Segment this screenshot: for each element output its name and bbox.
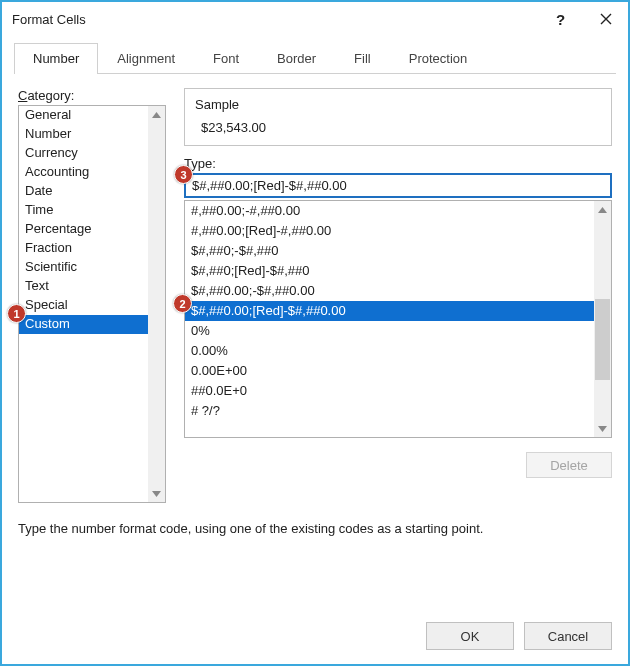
scroll-up-icon[interactable] <box>148 106 165 123</box>
annotation-2: 2 <box>173 294 192 313</box>
annotation-1: 1 <box>7 304 26 323</box>
list-item[interactable]: $#,##0.00;-$#,##0.00 <box>185 281 594 301</box>
scroll-track[interactable] <box>594 218 611 420</box>
detail-column: Sample $23,543.00 Type: 3 $#,##0.00;[Red… <box>184 88 612 503</box>
delete-button: Delete <box>526 452 612 478</box>
tab-alignment[interactable]: Alignment <box>98 43 194 74</box>
close-icon <box>600 13 612 25</box>
sample-value: $23,543.00 <box>195 120 601 135</box>
tab-body: Category: 1 General Number Currency Acco… <box>2 74 628 608</box>
tab-strip: Number Alignment Font Border Fill Protec… <box>14 42 616 74</box>
type-scrollbar[interactable] <box>594 201 611 437</box>
list-item[interactable]: # ?/? <box>185 401 594 421</box>
hint-text: Type the number format code, using one o… <box>18 521 612 536</box>
window-title: Format Cells <box>12 12 538 27</box>
category-label: Category: <box>18 88 166 103</box>
tab-protection[interactable]: Protection <box>390 43 487 74</box>
list-item[interactable]: $#,##0;-$#,##0 <box>185 241 594 261</box>
list-item[interactable]: Custom <box>19 315 148 334</box>
help-button[interactable]: ? <box>538 2 583 36</box>
list-item[interactable]: 0.00% <box>185 341 594 361</box>
list-item[interactable]: #,##0.00;[Red]-#,##0.00 <box>185 221 594 241</box>
list-item[interactable]: $#,##0;[Red]-$#,##0 <box>185 261 594 281</box>
list-item[interactable]: 0.00E+00 <box>185 361 594 381</box>
format-cells-dialog: Format Cells ? Number Alignment Font Bor… <box>0 0 630 666</box>
category-column: Category: 1 General Number Currency Acco… <box>18 88 166 503</box>
list-item[interactable]: $#,##0.00;[Red]-$#,##0.00 <box>185 301 594 321</box>
scroll-up-icon[interactable] <box>594 201 611 218</box>
list-item[interactable]: Percentage <box>19 220 148 239</box>
list-item[interactable]: Date <box>19 182 148 201</box>
scroll-down-icon[interactable] <box>594 420 611 437</box>
scroll-track[interactable] <box>148 123 165 485</box>
type-input[interactable]: 3 $#,##0.00;[Red]-$#,##0.00 <box>184 173 612 198</box>
tab-border[interactable]: Border <box>258 43 335 74</box>
ok-button[interactable]: OK <box>426 622 514 650</box>
scroll-down-icon[interactable] <box>148 485 165 502</box>
list-item[interactable]: Accounting <box>19 163 148 182</box>
list-item[interactable]: General <box>19 106 148 125</box>
type-label: Type: <box>184 156 612 171</box>
annotation-3: 3 <box>174 165 193 184</box>
list-item[interactable]: Fraction <box>19 239 148 258</box>
tab-number[interactable]: Number <box>14 43 98 74</box>
list-item[interactable]: 0% <box>185 321 594 341</box>
cancel-button[interactable]: Cancel <box>524 622 612 650</box>
tab-font[interactable]: Font <box>194 43 258 74</box>
close-button[interactable] <box>583 2 628 36</box>
category-scrollbar[interactable] <box>148 106 165 502</box>
dialog-footer: OK Cancel <box>2 608 628 664</box>
delete-row: Delete <box>184 452 612 478</box>
list-item[interactable]: #,##0.00;-#,##0.00 <box>185 201 594 221</box>
list-item[interactable]: Time <box>19 201 148 220</box>
titlebar: Format Cells ? <box>2 2 628 36</box>
sample-label: Sample <box>195 97 601 112</box>
list-item[interactable]: Number <box>19 125 148 144</box>
type-listbox[interactable]: 2 #,##0.00;-#,##0.00 #,##0.00;[Red]-#,##… <box>184 200 612 438</box>
scroll-thumb[interactable] <box>595 299 610 380</box>
list-item[interactable]: Special <box>19 296 148 315</box>
tab-fill[interactable]: Fill <box>335 43 390 74</box>
list-item[interactable]: ##0.0E+0 <box>185 381 594 401</box>
list-item[interactable]: Text <box>19 277 148 296</box>
list-item[interactable]: Currency <box>19 144 148 163</box>
list-item[interactable]: Scientific <box>19 258 148 277</box>
category-listbox[interactable]: 1 General Number Currency Accounting Dat… <box>18 105 166 503</box>
type-input-value: $#,##0.00;[Red]-$#,##0.00 <box>192 178 347 193</box>
window-controls: ? <box>538 2 628 36</box>
sample-group: Sample $23,543.00 <box>184 88 612 146</box>
